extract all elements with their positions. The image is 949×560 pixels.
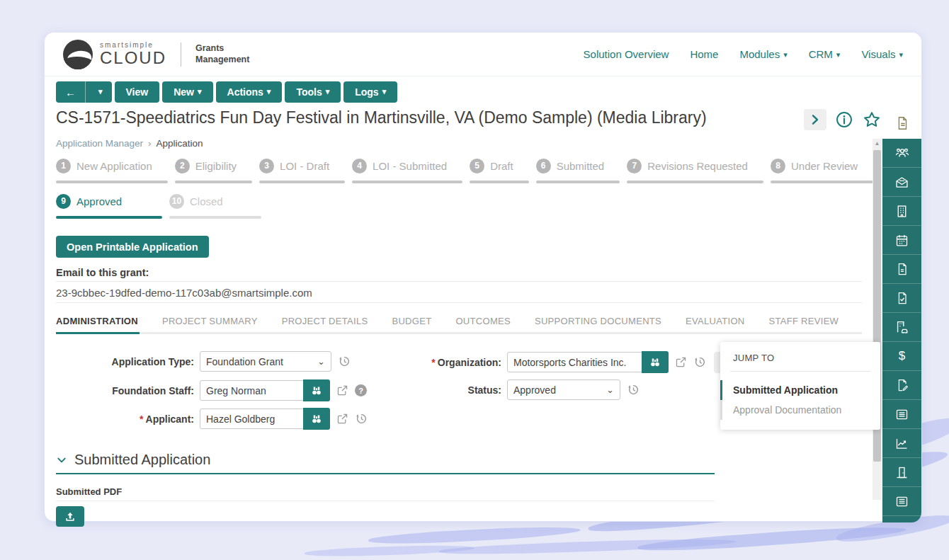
nav-home[interactable]: Home (690, 48, 718, 60)
chart-line-icon (894, 436, 909, 451)
workflow-step-8[interactable]: 8Under Review (771, 157, 873, 183)
workflow-step-3[interactable]: 3LOI - Draft (259, 157, 345, 183)
view-button[interactable]: View (115, 81, 160, 103)
tab-administration[interactable]: ADMINISTRATION (56, 316, 138, 333)
sidebar-item-analytics[interactable] (882, 429, 921, 458)
sidebar-item-lists[interactable] (882, 400, 921, 429)
sidebar-item-notes[interactable] (882, 255, 921, 284)
new-button[interactable]: New (162, 81, 212, 103)
applicant-lookup-button[interactable] (303, 408, 330, 430)
actions-button[interactable]: Actions (216, 81, 283, 103)
history-icon (627, 383, 640, 396)
foundation-staff-row: Foundation Staff: ? (56, 379, 367, 401)
vertical-scrollbar[interactable]: ▲ (873, 139, 882, 500)
brand-name-large: CLOUD (100, 48, 166, 67)
application-type-select[interactable]: Foundation Grant (200, 351, 331, 372)
top-navigation: Solution Overview Home Modules CRM Visua… (584, 48, 903, 60)
applicant-open-button[interactable] (336, 413, 348, 425)
star-icon (862, 110, 882, 130)
chevron-right-icon (809, 113, 822, 126)
back-button[interactable]: ← (56, 81, 85, 103)
organization-lookup-button[interactable] (642, 351, 669, 373)
submitted-pdf-label: Submitted PDF (56, 486, 122, 497)
open-mail-icon (894, 175, 909, 190)
applicant-input[interactable] (200, 408, 305, 429)
page: { "colors": { "teal": "#1e7c78", "sideba… (0, 0, 949, 560)
nav-crm[interactable]: CRM (809, 48, 841, 60)
workflow-step-7[interactable]: 7Revisions Requested (627, 157, 763, 183)
workflow-step-4[interactable]: 4LOI - Submitted (352, 157, 462, 183)
chevron-down-icon (606, 384, 614, 395)
workflow-step-10-closed[interactable]: 10Closed (169, 193, 261, 219)
tab-project-summary[interactable]: PROJECT SUMMARY (162, 316, 258, 333)
sidebar-item-signatures[interactable] (882, 371, 921, 400)
jump-to-approval-documentation[interactable]: Approval Documentation (720, 400, 880, 420)
sidebar-item-document[interactable] (882, 107, 921, 139)
organization-history-button[interactable] (693, 355, 707, 369)
jump-to-submitted-application[interactable]: Submitted Application (720, 380, 880, 400)
history-icon (338, 355, 351, 368)
workflow-step-1[interactable]: 1New Application (56, 157, 168, 183)
back-dropdown-button[interactable] (85, 81, 112, 103)
nav-solution-overview[interactable]: Solution Overview (584, 48, 669, 60)
workflow-step-5[interactable]: 5Draft (470, 157, 529, 183)
workflow-step-6[interactable]: 6Submitted (536, 157, 620, 183)
open-printable-application-button[interactable]: Open Printable Application (56, 236, 209, 258)
upload-pdf-button[interactable] (56, 506, 84, 527)
breadcrumb-separator-icon (148, 138, 152, 149)
foundation-staff-label: Foundation Staff: (56, 385, 194, 396)
scrollbar-up-arrow-icon[interactable]: ▲ (873, 140, 882, 147)
foundation-staff-help-button[interactable]: ? (355, 384, 367, 396)
section-title: Submitted Application (74, 452, 210, 468)
sidebar-item-portal[interactable] (882, 458, 921, 487)
applicant-history-button[interactable] (355, 412, 368, 425)
sidebar-item-email[interactable] (882, 168, 921, 197)
status-history-button[interactable] (627, 383, 640, 396)
divider (56, 281, 862, 282)
tab-budget[interactable]: BUDGET (392, 316, 431, 333)
nav-visuals[interactable]: Visuals (861, 48, 903, 60)
logs-button[interactable]: Logs (343, 81, 397, 103)
organization-open-button[interactable] (675, 356, 687, 368)
nav-modules[interactable]: Modules (739, 48, 787, 60)
section-underline (56, 473, 715, 474)
jump-to-panel: JUMP TO Submitted Application Approval D… (720, 342, 880, 430)
tabs-active-underline (56, 332, 140, 334)
tab-outcomes[interactable]: OUTCOMES (455, 316, 511, 333)
tools-button[interactable]: Tools (285, 81, 341, 103)
favorite-button[interactable] (862, 110, 882, 130)
foundation-staff-lookup-button[interactable] (303, 379, 330, 401)
tab-staff-review[interactable]: STAFF REVIEW (769, 316, 839, 333)
sidebar-item-reports[interactable] (882, 487, 921, 516)
product-line2: Management (195, 55, 249, 66)
workflow-steps-row2: 9Approved 10Closed (56, 193, 261, 219)
foundation-staff-open-button[interactable] (336, 384, 348, 396)
collapse-panel-button[interactable] (804, 109, 826, 130)
sidebar-item-organizations[interactable] (882, 197, 921, 226)
binoculars-icon (310, 384, 323, 397)
status-select[interactable]: Approved (507, 379, 620, 400)
breadcrumb-application-manager[interactable]: Application Manager (56, 138, 143, 149)
smartsimple-logo[interactable]: smartsimple CLOUD Grants Management (63, 40, 249, 69)
foundation-staff-input[interactable] (200, 380, 305, 401)
application-type-label: Application Type: (56, 356, 194, 367)
info-button[interactable] (835, 110, 853, 129)
sidebar-item-company-assets[interactable] (882, 313, 921, 342)
sidebar-item-calendar[interactable] (882, 226, 921, 255)
workflow-step-9-approved[interactable]: 9Approved (56, 193, 162, 219)
sidebar-item-transactions[interactable]: $ (882, 342, 921, 371)
submitted-application-section-header[interactable]: Submitted Application (56, 452, 210, 468)
sidebar-item-contacts[interactable] (882, 139, 921, 168)
tab-project-details[interactable]: PROJECT DETAILS (282, 316, 368, 333)
tab-supporting-documents[interactable]: SUPPORTING DOCUMENTS (535, 316, 661, 333)
page-title: CS-1571-Speediatrics Fun Day Festival in… (56, 108, 800, 127)
workflow-step-2[interactable]: 2Eligibility (175, 157, 252, 183)
organization-input[interactable] (507, 352, 643, 372)
tab-evaluation[interactable]: EVALUATION (686, 316, 744, 333)
smartsimple-logo-icon (63, 40, 93, 69)
application-type-history-button[interactable] (338, 355, 351, 368)
info-icon (835, 110, 853, 129)
sidebar-item-tasks[interactable] (882, 284, 921, 313)
tabs-underline-track (56, 332, 862, 334)
main-window: smartsimple CLOUD Grants Management Solu… (44, 32, 922, 522)
